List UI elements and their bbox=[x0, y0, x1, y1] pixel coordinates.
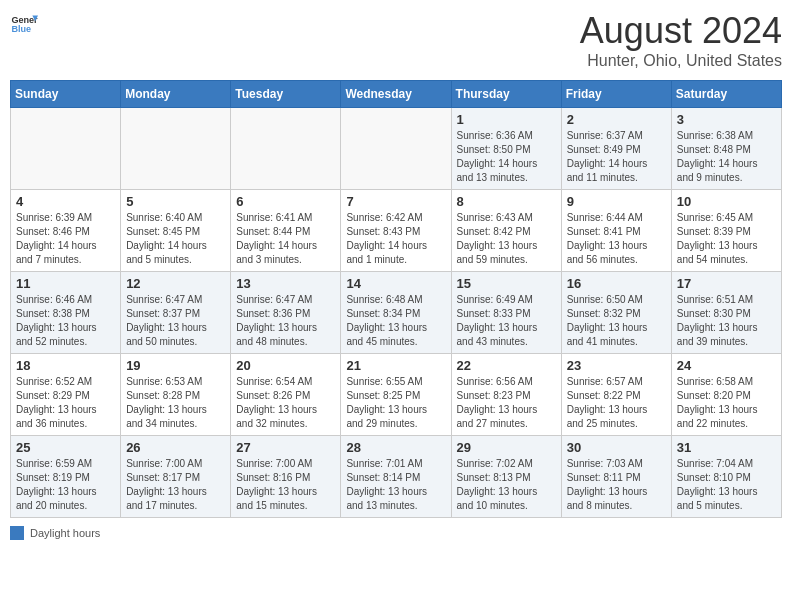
day-cell: 4Sunrise: 6:39 AM Sunset: 8:46 PM Daylig… bbox=[11, 190, 121, 272]
day-number: 16 bbox=[567, 276, 666, 291]
day-number: 8 bbox=[457, 194, 556, 209]
day-cell: 24Sunrise: 6:58 AM Sunset: 8:20 PM Dayli… bbox=[671, 354, 781, 436]
calendar-table: SundayMondayTuesdayWednesdayThursdayFrid… bbox=[10, 80, 782, 518]
day-info: Sunrise: 7:00 AM Sunset: 8:17 PM Dayligh… bbox=[126, 457, 225, 513]
day-cell: 17Sunrise: 6:51 AM Sunset: 8:30 PM Dayli… bbox=[671, 272, 781, 354]
day-number: 19 bbox=[126, 358, 225, 373]
day-cell bbox=[341, 108, 451, 190]
day-cell: 2Sunrise: 6:37 AM Sunset: 8:49 PM Daylig… bbox=[561, 108, 671, 190]
day-info: Sunrise: 6:42 AM Sunset: 8:43 PM Dayligh… bbox=[346, 211, 445, 267]
week-row-3: 11Sunrise: 6:46 AM Sunset: 8:38 PM Dayli… bbox=[11, 272, 782, 354]
day-info: Sunrise: 6:38 AM Sunset: 8:48 PM Dayligh… bbox=[677, 129, 776, 185]
day-number: 5 bbox=[126, 194, 225, 209]
day-number: 28 bbox=[346, 440, 445, 455]
day-number: 25 bbox=[16, 440, 115, 455]
day-info: Sunrise: 7:02 AM Sunset: 8:13 PM Dayligh… bbox=[457, 457, 556, 513]
day-number: 20 bbox=[236, 358, 335, 373]
day-cell: 19Sunrise: 6:53 AM Sunset: 8:28 PM Dayli… bbox=[121, 354, 231, 436]
day-info: Sunrise: 6:49 AM Sunset: 8:33 PM Dayligh… bbox=[457, 293, 556, 349]
weekday-header-wednesday: Wednesday bbox=[341, 81, 451, 108]
weekday-header-saturday: Saturday bbox=[671, 81, 781, 108]
day-number: 30 bbox=[567, 440, 666, 455]
day-cell bbox=[121, 108, 231, 190]
day-number: 23 bbox=[567, 358, 666, 373]
day-info: Sunrise: 7:01 AM Sunset: 8:14 PM Dayligh… bbox=[346, 457, 445, 513]
day-number: 26 bbox=[126, 440, 225, 455]
legend-color-box bbox=[10, 526, 24, 540]
day-cell: 15Sunrise: 6:49 AM Sunset: 8:33 PM Dayli… bbox=[451, 272, 561, 354]
day-info: Sunrise: 7:03 AM Sunset: 8:11 PM Dayligh… bbox=[567, 457, 666, 513]
day-info: Sunrise: 6:52 AM Sunset: 8:29 PM Dayligh… bbox=[16, 375, 115, 431]
day-info: Sunrise: 6:36 AM Sunset: 8:50 PM Dayligh… bbox=[457, 129, 556, 185]
day-info: Sunrise: 6:37 AM Sunset: 8:49 PM Dayligh… bbox=[567, 129, 666, 185]
day-cell: 1Sunrise: 6:36 AM Sunset: 8:50 PM Daylig… bbox=[451, 108, 561, 190]
day-info: Sunrise: 6:40 AM Sunset: 8:45 PM Dayligh… bbox=[126, 211, 225, 267]
logo-icon: General Blue bbox=[10, 10, 38, 38]
day-cell: 30Sunrise: 7:03 AM Sunset: 8:11 PM Dayli… bbox=[561, 436, 671, 518]
day-number: 1 bbox=[457, 112, 556, 127]
day-cell: 27Sunrise: 7:00 AM Sunset: 8:16 PM Dayli… bbox=[231, 436, 341, 518]
day-info: Sunrise: 6:45 AM Sunset: 8:39 PM Dayligh… bbox=[677, 211, 776, 267]
day-info: Sunrise: 6:44 AM Sunset: 8:41 PM Dayligh… bbox=[567, 211, 666, 267]
day-number: 9 bbox=[567, 194, 666, 209]
day-number: 15 bbox=[457, 276, 556, 291]
svg-text:Blue: Blue bbox=[11, 24, 31, 34]
day-cell: 12Sunrise: 6:47 AM Sunset: 8:37 PM Dayli… bbox=[121, 272, 231, 354]
legend-label: Daylight hours bbox=[30, 527, 100, 539]
day-number: 24 bbox=[677, 358, 776, 373]
day-info: Sunrise: 7:04 AM Sunset: 8:10 PM Dayligh… bbox=[677, 457, 776, 513]
day-info: Sunrise: 6:41 AM Sunset: 8:44 PM Dayligh… bbox=[236, 211, 335, 267]
day-cell: 31Sunrise: 7:04 AM Sunset: 8:10 PM Dayli… bbox=[671, 436, 781, 518]
day-number: 2 bbox=[567, 112, 666, 127]
day-cell: 10Sunrise: 6:45 AM Sunset: 8:39 PM Dayli… bbox=[671, 190, 781, 272]
weekday-header-friday: Friday bbox=[561, 81, 671, 108]
day-info: Sunrise: 6:57 AM Sunset: 8:22 PM Dayligh… bbox=[567, 375, 666, 431]
day-cell: 11Sunrise: 6:46 AM Sunset: 8:38 PM Dayli… bbox=[11, 272, 121, 354]
day-cell: 25Sunrise: 6:59 AM Sunset: 8:19 PM Dayli… bbox=[11, 436, 121, 518]
weekday-header-monday: Monday bbox=[121, 81, 231, 108]
weekday-header-sunday: Sunday bbox=[11, 81, 121, 108]
day-cell: 16Sunrise: 6:50 AM Sunset: 8:32 PM Dayli… bbox=[561, 272, 671, 354]
day-cell bbox=[11, 108, 121, 190]
day-number: 7 bbox=[346, 194, 445, 209]
day-cell: 23Sunrise: 6:57 AM Sunset: 8:22 PM Dayli… bbox=[561, 354, 671, 436]
day-cell: 14Sunrise: 6:48 AM Sunset: 8:34 PM Dayli… bbox=[341, 272, 451, 354]
day-info: Sunrise: 6:53 AM Sunset: 8:28 PM Dayligh… bbox=[126, 375, 225, 431]
day-info: Sunrise: 6:54 AM Sunset: 8:26 PM Dayligh… bbox=[236, 375, 335, 431]
day-cell: 13Sunrise: 6:47 AM Sunset: 8:36 PM Dayli… bbox=[231, 272, 341, 354]
title-block: August 2024 Hunter, Ohio, United States bbox=[580, 10, 782, 70]
day-info: Sunrise: 6:51 AM Sunset: 8:30 PM Dayligh… bbox=[677, 293, 776, 349]
day-info: Sunrise: 6:56 AM Sunset: 8:23 PM Dayligh… bbox=[457, 375, 556, 431]
day-cell: 9Sunrise: 6:44 AM Sunset: 8:41 PM Daylig… bbox=[561, 190, 671, 272]
month-year-title: August 2024 bbox=[580, 10, 782, 52]
day-cell: 3Sunrise: 6:38 AM Sunset: 8:48 PM Daylig… bbox=[671, 108, 781, 190]
day-cell bbox=[231, 108, 341, 190]
day-number: 31 bbox=[677, 440, 776, 455]
day-cell: 8Sunrise: 6:43 AM Sunset: 8:42 PM Daylig… bbox=[451, 190, 561, 272]
day-number: 13 bbox=[236, 276, 335, 291]
day-number: 29 bbox=[457, 440, 556, 455]
day-cell: 28Sunrise: 7:01 AM Sunset: 8:14 PM Dayli… bbox=[341, 436, 451, 518]
day-number: 10 bbox=[677, 194, 776, 209]
day-number: 4 bbox=[16, 194, 115, 209]
day-info: Sunrise: 6:55 AM Sunset: 8:25 PM Dayligh… bbox=[346, 375, 445, 431]
week-row-1: 1Sunrise: 6:36 AM Sunset: 8:50 PM Daylig… bbox=[11, 108, 782, 190]
day-info: Sunrise: 6:58 AM Sunset: 8:20 PM Dayligh… bbox=[677, 375, 776, 431]
day-number: 3 bbox=[677, 112, 776, 127]
day-cell: 22Sunrise: 6:56 AM Sunset: 8:23 PM Dayli… bbox=[451, 354, 561, 436]
day-info: Sunrise: 7:00 AM Sunset: 8:16 PM Dayligh… bbox=[236, 457, 335, 513]
weekday-header-thursday: Thursday bbox=[451, 81, 561, 108]
day-number: 11 bbox=[16, 276, 115, 291]
day-number: 27 bbox=[236, 440, 335, 455]
day-cell: 6Sunrise: 6:41 AM Sunset: 8:44 PM Daylig… bbox=[231, 190, 341, 272]
day-cell: 18Sunrise: 6:52 AM Sunset: 8:29 PM Dayli… bbox=[11, 354, 121, 436]
day-cell: 7Sunrise: 6:42 AM Sunset: 8:43 PM Daylig… bbox=[341, 190, 451, 272]
day-cell: 5Sunrise: 6:40 AM Sunset: 8:45 PM Daylig… bbox=[121, 190, 231, 272]
day-info: Sunrise: 6:50 AM Sunset: 8:32 PM Dayligh… bbox=[567, 293, 666, 349]
day-cell: 20Sunrise: 6:54 AM Sunset: 8:26 PM Dayli… bbox=[231, 354, 341, 436]
weekday-header-row: SundayMondayTuesdayWednesdayThursdayFrid… bbox=[11, 81, 782, 108]
calendar-footer: Daylight hours bbox=[10, 526, 782, 540]
day-number: 21 bbox=[346, 358, 445, 373]
day-number: 12 bbox=[126, 276, 225, 291]
day-info: Sunrise: 6:48 AM Sunset: 8:34 PM Dayligh… bbox=[346, 293, 445, 349]
